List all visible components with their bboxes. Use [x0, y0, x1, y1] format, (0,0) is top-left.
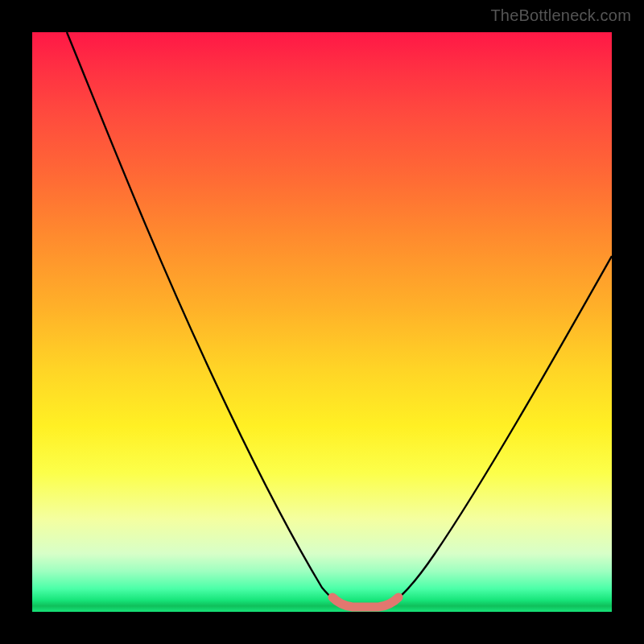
watermark-label: TheBottleneck.com	[490, 6, 631, 25]
curve-layer	[32, 32, 612, 612]
highlight-segment	[332, 597, 398, 607]
curve-right	[386, 256, 612, 605]
chart-frame: TheBottleneck.com	[0, 0, 644, 644]
curve-left	[67, 32, 343, 605]
plot-area	[32, 32, 612, 612]
